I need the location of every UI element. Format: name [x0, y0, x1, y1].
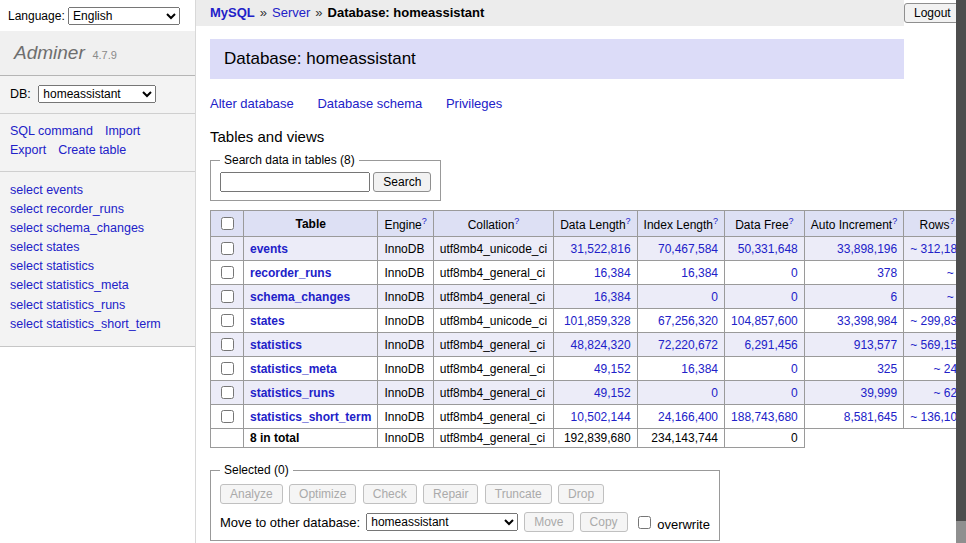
selected-legend: Selected (0) [220, 463, 293, 477]
index-length-link[interactable]: 24,166,400 [658, 410, 718, 424]
move-database-select[interactable]: homeassistant [366, 513, 518, 531]
data-free-link[interactable]: 0 [791, 266, 798, 280]
index-length-link[interactable]: 16,384 [681, 266, 718, 280]
table-name-link[interactable]: statistics_short_term [250, 410, 371, 424]
import-link[interactable]: Import [105, 124, 140, 138]
sidebar-item-select-recorder-runs[interactable]: select recorder_runs [10, 200, 185, 218]
database-schema-link[interactable]: Database schema [317, 96, 422, 111]
db-select[interactable]: homeassistant [38, 85, 156, 103]
language-label: Language: [8, 9, 65, 23]
search-legend: Search data in tables (8) [220, 153, 359, 167]
sql-command-link[interactable]: SQL command [10, 124, 93, 138]
alter-database-link[interactable]: Alter database [210, 96, 294, 111]
row-checkbox[interactable] [221, 266, 234, 279]
help-icon[interactable]: ? [789, 216, 794, 226]
data-free-link[interactable]: 104,857,600 [731, 314, 798, 328]
row-checkbox[interactable] [221, 338, 234, 351]
sidebar-item-select-schema-changes[interactable]: select schema_changes [10, 219, 185, 237]
auto-increment-link[interactable]: 6 [890, 290, 897, 304]
select-all-checkbox[interactable] [221, 217, 234, 230]
index-length-link[interactable]: 70,467,584 [658, 242, 718, 256]
row-checkbox[interactable] [221, 314, 234, 327]
help-icon[interactable]: ? [950, 216, 955, 226]
index-length-link[interactable]: 72,220,672 [658, 338, 718, 352]
row-checkbox[interactable] [221, 386, 234, 399]
collation-value: utf8mb4_unicode_ci [433, 309, 553, 333]
search-button[interactable]: Search [373, 172, 431, 192]
data-length-link[interactable]: 16,384 [594, 266, 631, 280]
search-input[interactable] [220, 172, 370, 192]
main-content: Database: homeassistant Alter database D… [196, 26, 966, 543]
sidebar-item-select-states[interactable]: select states [10, 238, 185, 256]
index-length-link[interactable]: 67,256,320 [658, 314, 718, 328]
data-length-link[interactable]: 48,824,320 [571, 338, 631, 352]
data-length-link[interactable]: 49,152 [594, 386, 631, 400]
repair-button[interactable]: Repair [423, 484, 478, 504]
optimize-button[interactable]: Optimize [289, 484, 356, 504]
index-length-link[interactable]: 0 [711, 386, 718, 400]
help-icon[interactable]: ? [422, 216, 427, 226]
analyze-button[interactable]: Analyze [220, 484, 283, 504]
data-length-link[interactable]: 101,859,328 [564, 314, 631, 328]
table-name-link[interactable]: recorder_runs [250, 266, 331, 280]
data-free-link[interactable]: 188,743,680 [731, 410, 798, 424]
data-free-link[interactable]: 50,331,648 [738, 242, 798, 256]
auto-increment-link[interactable]: 8,581,645 [844, 410, 897, 424]
row-checkbox[interactable] [221, 242, 234, 255]
table-name-link[interactable]: statistics_runs [250, 386, 335, 400]
breadcrumb-server-link[interactable]: Server [272, 5, 310, 20]
data-free-link[interactable]: 6,291,456 [744, 338, 797, 352]
overwrite-checkbox[interactable] [638, 516, 651, 529]
data-free-link[interactable]: 0 [791, 362, 798, 376]
index-length-link[interactable]: 0 [711, 290, 718, 304]
total-data-free: 0 [725, 429, 805, 448]
auto-increment-link[interactable]: 39,999 [860, 386, 897, 400]
export-link[interactable]: Export [10, 143, 46, 157]
help-icon[interactable]: ? [892, 216, 897, 226]
auto-increment-link[interactable]: 33,898,196 [837, 242, 897, 256]
truncate-button[interactable]: Truncate [485, 484, 552, 504]
table-name-link[interactable]: states [250, 314, 285, 328]
sidebar-item-select-statistics-runs[interactable]: select statistics_runs [10, 296, 185, 314]
drop-button[interactable]: Drop [558, 484, 604, 504]
data-free-link[interactable]: 0 [791, 290, 798, 304]
sidebar-item-select-statistics-meta[interactable]: select statistics_meta [10, 276, 185, 294]
auto-increment-link[interactable]: 33,398,984 [837, 314, 897, 328]
help-icon[interactable]: ? [626, 216, 631, 226]
data-length-link[interactable]: 31,522,816 [571, 242, 631, 256]
auto-increment-link[interactable]: 378 [877, 266, 897, 280]
sidebar-item-select-statistics-short-term[interactable]: select statistics_short_term [10, 315, 185, 333]
data-free-link[interactable]: 0 [791, 386, 798, 400]
col-header-index-length: Index Length? [637, 211, 724, 237]
copy-button[interactable]: Copy [580, 512, 628, 532]
table-name-link[interactable]: schema_changes [250, 290, 350, 304]
move-button[interactable]: Move [524, 512, 573, 532]
data-length-link[interactable]: 10,502,144 [571, 410, 631, 424]
table-name-link[interactable]: events [250, 242, 288, 256]
data-length-link[interactable]: 49,152 [594, 362, 631, 376]
row-checkbox[interactable] [221, 362, 234, 375]
row-checkbox[interactable] [221, 290, 234, 303]
privileges-link[interactable]: Privileges [446, 96, 502, 111]
collation-value: utf8mb4_general_ci [433, 285, 553, 309]
collation-value: utf8mb4_general_ci [433, 381, 553, 405]
auto-increment-link[interactable]: 913,577 [854, 338, 897, 352]
table-name-link[interactable]: statistics [250, 338, 302, 352]
scrollbar-thumb[interactable] [956, 0, 966, 521]
sidebar-item-select-events[interactable]: select events [10, 181, 185, 199]
check-button[interactable]: Check [363, 484, 417, 504]
help-icon[interactable]: ? [713, 216, 718, 226]
data-length-link[interactable]: 16,384 [594, 290, 631, 304]
table-name-link[interactable]: statistics_meta [250, 362, 337, 376]
total-checkbox-cell [211, 429, 244, 448]
language-select[interactable]: English [68, 7, 180, 25]
row-checkbox[interactable] [221, 410, 234, 423]
breadcrumb-mysql-link[interactable]: MySQL [210, 5, 255, 20]
sidebar-item-select-statistics[interactable]: select statistics [10, 257, 185, 275]
vertical-scrollbar[interactable] [956, 0, 966, 543]
logout-button[interactable]: Logout [904, 3, 961, 23]
index-length-link[interactable]: 16,384 [681, 362, 718, 376]
create-table-link-sidebar[interactable]: Create table [58, 143, 126, 157]
auto-increment-link[interactable]: 325 [877, 362, 897, 376]
help-icon[interactable]: ? [514, 216, 519, 226]
